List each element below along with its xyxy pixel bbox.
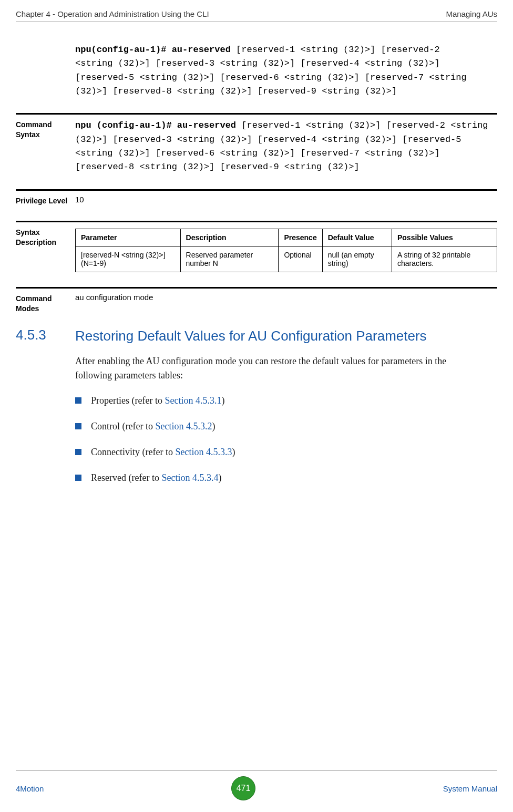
section-list: Properties (refer to Section 4.5.3.1) Co…: [75, 394, 481, 485]
command-syntax-body: npu (config-au-1)# au-reserved [reserved…: [75, 119, 497, 174]
header-right: Managing AUs: [446, 9, 497, 18]
syntax-description-body: Parameter Description Presence Default V…: [75, 227, 497, 272]
list-item: Connectivity (refer to Section 4.5.3.3): [75, 445, 481, 459]
td-possible: A string of 32 printable characters.: [392, 246, 497, 272]
th-presence: Presence: [279, 229, 322, 246]
page-number-badge: 471: [231, 776, 255, 800]
section-body: After enabling the AU configuration mode…: [75, 354, 481, 486]
list-item: Properties (refer to Section 4.5.3.1): [75, 394, 481, 408]
section-number: 4.5.3: [16, 327, 75, 343]
list-text: Reserved (refer to: [91, 472, 161, 483]
command-modes-value: au configuration mode: [75, 293, 497, 302]
command-syntax-label: Command Syntax: [16, 119, 75, 140]
td-default: null (an empty string): [322, 246, 392, 272]
th-default: Default Value: [322, 229, 392, 246]
section-link[interactable]: Section 4.5.3.3: [175, 447, 232, 457]
example-command-block: npu(config-au-1)# au-reserved [reserved-…: [75, 43, 481, 98]
list-text: Control (refer to: [91, 421, 155, 431]
list-text: Connectivity (refer to: [91, 447, 175, 457]
example-command-prefix: npu(config-au-1)# au-reserved: [75, 45, 231, 55]
td-description: Reserved parameter number N: [180, 246, 279, 272]
command-syntax-block: Command Syntax npu (config-au-1)# au-res…: [16, 113, 497, 174]
td-parameter: [reserved-N <string (32)>] (N=1-9): [76, 246, 181, 272]
list-suffix: ): [218, 472, 221, 483]
section-heading: 4.5.3 Restoring Default Values for AU Co…: [16, 327, 497, 345]
command-syntax-prefix: npu (config-au-1)# au-reserved: [75, 120, 236, 130]
header-left: Chapter 4 - Operation and Administration…: [16, 9, 209, 18]
privilege-level-block: Privilege Level 10: [16, 189, 497, 206]
th-parameter: Parameter: [76, 229, 181, 246]
section-link[interactable]: Section 4.5.3.4: [161, 472, 218, 483]
footer-left: 4Motion: [16, 784, 44, 793]
syntax-description-block: Syntax Description Parameter Description…: [16, 221, 497, 272]
list-item: Control (refer to Section 4.5.3.2): [75, 419, 481, 434]
footer-right: System Manual: [443, 784, 497, 793]
example-command: npu(config-au-1)# au-reserved [reserved-…: [75, 43, 481, 98]
syntax-description-label: Syntax Description: [16, 227, 75, 248]
th-possible: Possible Values: [392, 229, 497, 246]
list-item: Reserved (refer to Section 4.5.3.4): [75, 471, 481, 485]
command-modes-label: Command Modes: [16, 293, 75, 314]
section-link[interactable]: Section 4.5.3.1: [165, 395, 221, 406]
list-suffix: ): [212, 421, 215, 431]
params-table: Parameter Description Presence Default V…: [75, 229, 497, 272]
privilege-label: Privilege Level: [16, 195, 75, 206]
list-suffix: ): [221, 395, 224, 406]
list-text: Properties (refer to: [91, 395, 165, 406]
privilege-value: 10: [75, 195, 497, 204]
command-modes-block: Command Modes au configuration mode: [16, 287, 497, 314]
table-row: [reserved-N <string (32)>] (N=1-9) Reser…: [76, 246, 497, 272]
th-description: Description: [180, 229, 279, 246]
page-header: Chapter 4 - Operation and Administration…: [16, 9, 497, 22]
section-title: Restoring Default Values for AU Configur…: [75, 327, 497, 345]
td-presence: Optional: [279, 246, 322, 272]
section-intro: After enabling the AU configuration mode…: [75, 354, 481, 384]
table-header-row: Parameter Description Presence Default V…: [76, 229, 497, 246]
page-footer: 4Motion 471 System Manual: [16, 770, 497, 800]
section-link[interactable]: Section 4.5.3.2: [155, 421, 212, 431]
list-suffix: ): [232, 447, 235, 457]
